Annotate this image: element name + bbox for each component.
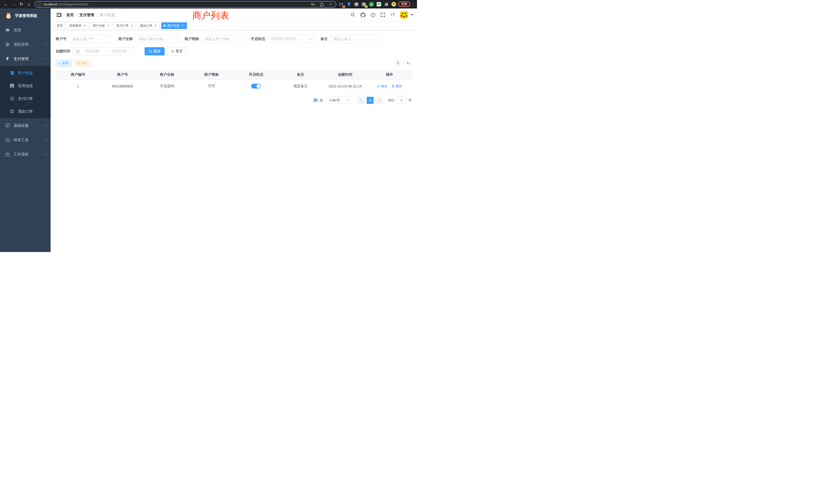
briefcase-icon — [5, 152, 10, 157]
user-avatar[interactable] — [400, 11, 408, 19]
help-icon[interactable]: ? — [370, 12, 376, 18]
next-page-button[interactable] — [376, 97, 383, 104]
delete-link[interactable]: 删除 — [392, 84, 402, 89]
extension-recorder-icon[interactable]: 1 — [361, 2, 367, 7]
calendar-icon — [76, 49, 80, 53]
status-select[interactable]: 请选择开启状态 — [268, 35, 314, 43]
date-range-picker[interactable]: 开始日期 - 结束日期 — [73, 47, 134, 55]
extension-diamond-icon[interactable]: 10 — [339, 2, 344, 7]
forward-icon[interactable]: → — [10, 1, 17, 8]
extension-command-icon[interactable]: ⌘ — [354, 2, 359, 7]
breadcrumb-separator: / — [96, 13, 97, 17]
close-icon[interactable]: × — [107, 24, 110, 27]
status-toggle[interactable] — [251, 84, 261, 89]
site-info-icon[interactable]: i — [38, 2, 42, 6]
sidebar-subitem-refund-order[interactable]: 退款订单 — [0, 105, 50, 118]
search-icon[interactable] — [350, 12, 356, 18]
sidebar-item-workflow[interactable]: 工作流程 — [0, 147, 50, 161]
home-icon[interactable]: ⌂ — [26, 1, 32, 8]
search-icon — [149, 50, 152, 53]
goto-page-input[interactable] — [396, 97, 407, 104]
show-search-toggle-button[interactable] — [394, 60, 402, 67]
yen-icon: ¥ — [5, 56, 10, 61]
tab-merchant-info[interactable]: 商户信息× — [161, 22, 187, 29]
sidebar-subitem-label: 退款订单 — [18, 109, 33, 114]
search-button[interactable]: 搜索 — [145, 47, 164, 55]
reload-icon[interactable]: ↻ — [18, 1, 25, 8]
close-icon[interactable]: × — [181, 24, 184, 27]
col-remark: 备注 — [278, 70, 323, 79]
share-icon[interactable] — [319, 2, 325, 7]
merchant-no-input[interactable] — [72, 37, 109, 41]
address-bar[interactable]: i localhost:1024/pay/merchant ☆ — [35, 1, 336, 8]
close-icon[interactable]: × — [154, 24, 157, 27]
key-icon[interactable] — [310, 2, 316, 7]
sidebar-item-infrastructure[interactable]: 基础设施 — [0, 118, 50, 133]
monitor-icon — [5, 123, 10, 128]
add-button[interactable]: + 新增 — [56, 60, 71, 67]
remark-label: 备注 — [321, 37, 328, 41]
extension-chat-icon[interactable] — [376, 2, 381, 7]
sidebar-subitem-app-info[interactable]: 应用信息 — [0, 79, 50, 92]
sidebar-logo[interactable]: 芋道管理系统 — [0, 8, 50, 23]
store-icon — [10, 71, 14, 75]
extension-balloon-icon[interactable] — [346, 2, 352, 7]
tab-home[interactable]: 首页 — [54, 22, 65, 29]
chevron-down-icon — [347, 98, 349, 101]
sidebar-subitem-pay-order[interactable]: ¥ 支付订单 — [0, 92, 50, 105]
bookmark-star-icon[interactable]: ☆ — [328, 2, 333, 7]
extension-puzzle-icon[interactable] — [383, 2, 389, 7]
remark-input[interactable] — [333, 37, 377, 41]
merchant-name-input[interactable] — [138, 37, 175, 41]
extension-emoji-avatar[interactable] — [391, 2, 396, 7]
cell-merchant-id: 1 — [56, 79, 100, 93]
extension-y-icon[interactable]: y — [369, 2, 374, 7]
sidebar-item-system[interactable]: 系统管理 — [0, 37, 50, 51]
fullscreen-icon[interactable] — [380, 12, 386, 18]
avatar-dropdown-caret[interactable] — [411, 14, 413, 16]
collapse-sidebar-icon[interactable] — [54, 10, 63, 19]
refund-doc-icon — [10, 109, 14, 114]
tab-pay-order[interactable]: 支付订单× — [114, 22, 136, 29]
tab-refund-order[interactable]: 退款订单× — [138, 22, 160, 29]
github-icon[interactable] — [360, 12, 366, 18]
page-number-1[interactable]: 1 — [367, 97, 374, 104]
url-text: localhost:1024/pay/merchant — [44, 2, 88, 6]
tab-user-group[interactable]: 用户分组× — [90, 22, 112, 29]
close-icon[interactable]: × — [83, 24, 87, 27]
sidebar-item-payment[interactable]: ¥ 支付管理 — [0, 51, 50, 66]
url-path: :1024/pay/merchant — [57, 2, 88, 6]
chevron-left-icon — [360, 99, 362, 101]
cell-merchant-name: 芋道源码 — [145, 79, 189, 93]
page-size-select[interactable]: 10条/页 — [327, 97, 351, 104]
tab-process-form[interactable]: 流程表单× — [67, 22, 89, 29]
chrome-update-button[interactable]: 更新 — [398, 2, 410, 7]
sidebar-subitem-merchant-info[interactable]: 商户信息 — [0, 66, 50, 79]
sidebar-subitem-label: 支付订单 — [18, 96, 33, 101]
back-icon[interactable]: ← — [3, 1, 9, 8]
chevron-down-icon — [44, 138, 47, 141]
goto-label: 前往 — [388, 98, 395, 102]
status-label: 开启状态 — [251, 37, 265, 41]
close-icon[interactable]: × — [130, 24, 134, 27]
browser-menu-icon[interactable]: ⋮ — [411, 2, 414, 6]
chevron-down-icon — [44, 153, 47, 155]
font-size-icon[interactable]: TT — [390, 12, 396, 18]
merchant-short-label: 商户简称 — [184, 37, 199, 41]
refresh-icon: ↻ — [171, 49, 174, 53]
sidebar-item-devtools[interactable]: 研发工具 — [0, 133, 50, 147]
refresh-table-button[interactable]: ↻ — [404, 60, 412, 67]
merchant-no-label: 商户号 — [56, 37, 66, 41]
prev-page-button[interactable] — [357, 97, 364, 104]
create-time-label: 创建时间 — [56, 49, 70, 54]
sidebar-item-home[interactable]: 首页 — [0, 23, 50, 37]
reset-button[interactable]: ↻ 重置 — [167, 47, 187, 55]
col-status: 开启状态 — [234, 70, 278, 79]
breadcrumb-payment[interactable]: 支付管理 — [79, 13, 94, 18]
export-button[interactable]: 导出 — [74, 60, 91, 67]
edit-link[interactable]: 修改 — [377, 84, 388, 89]
merchant-short-input[interactable] — [205, 37, 241, 41]
extension-badge: 1 — [365, 5, 368, 8]
breadcrumb-home[interactable]: 首页 — [66, 13, 74, 18]
logo-rabbit-image — [4, 12, 12, 20]
